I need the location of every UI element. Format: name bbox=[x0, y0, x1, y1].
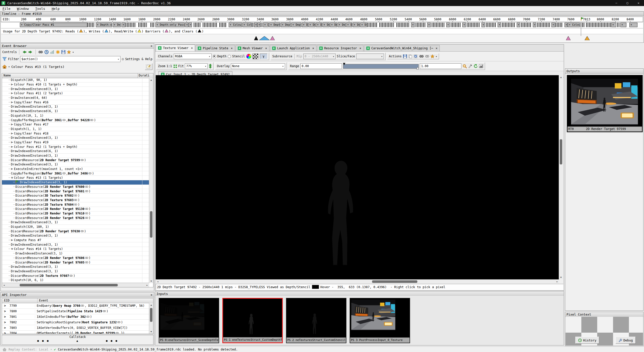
resource-link[interactable]: 2D Render Target 97626 bbox=[45, 216, 85, 220]
scroll-up-icon[interactable]: ▲ bbox=[149, 78, 153, 82]
event-row[interactable]: ─Dispatch(1, 1, 1) bbox=[2, 127, 149, 131]
expand-icon[interactable]: > bbox=[11, 132, 13, 135]
resource-link[interactable]: 2D Texture 97603 bbox=[45, 198, 74, 202]
api-event-row[interactable]: > 7802SetGraphicsRootSignature(Root Sign… bbox=[2, 320, 153, 325]
bookmark-asterisk-icon[interactable] bbox=[56, 50, 60, 54]
timeline-pass-bar[interactable]: + De⋯ bbox=[330, 23, 337, 27]
save-texture-icon[interactable] bbox=[403, 54, 407, 58]
column-header-event[interactable]: Event bbox=[37, 298, 153, 303]
event-row[interactable]: ─Dispatch(160, 90, 1) bbox=[2, 78, 149, 82]
timeline-pass-bar[interactable]: + Colour Pa⋯ bbox=[229, 23, 242, 27]
event-row[interactable]: ─DrawIndexedInstanced(6, 1) bbox=[2, 149, 149, 154]
resource-link[interactable]: Buffer 3486 bbox=[68, 172, 88, 175]
find-texture-icon[interactable] bbox=[419, 54, 424, 58]
vscroll-thumb[interactable] bbox=[150, 211, 152, 238]
menu-window[interactable]: Window bbox=[17, 7, 29, 11]
event-row[interactable]: ─>Copy/Clear Pass #19 bbox=[2, 140, 149, 145]
input-thumbnail-ps0[interactable]: PS 0:eneTexturesStruct_SceneDepthTextur bbox=[159, 298, 219, 343]
timeline-action-ticks[interactable] bbox=[416, 23, 426, 27]
scroll-down-icon[interactable]: ▼ bbox=[149, 279, 153, 283]
texture-view-hscrollbar[interactable]: ◄ ► bbox=[156, 279, 559, 284]
event-row[interactable]: ─DiscardResource(2D Render Target 97600) bbox=[2, 185, 149, 189]
event-row[interactable]: ─DrawIndexedInstanced(3, 1) bbox=[2, 105, 149, 109]
api-event-row[interactable]: > 7804OMSetRenderTargets({ 2D Render Tar… bbox=[2, 331, 153, 334]
texture-actions-star-icon[interactable] bbox=[430, 54, 434, 58]
resource-link[interactable]: Buffer 3861 bbox=[42, 118, 62, 122]
timeline-pass-bar[interactable]: + Colou⋯ bbox=[568, 23, 580, 27]
breadcrumb-caret[interactable]: ▾ bbox=[8, 65, 10, 68]
event-row[interactable]: ─>Copy/Clear Pass #16 bbox=[2, 100, 149, 105]
hscroll-thumb[interactable] bbox=[20, 284, 118, 286]
timeline-pass-bar[interactable]: + De⋯ bbox=[360, 23, 367, 27]
expand-icon[interactable]: > bbox=[10, 248, 14, 251]
event-row[interactable]: ─DiscardResource(2D Render Target 95130) bbox=[2, 207, 149, 211]
event-browser-close-icon[interactable]: × bbox=[150, 44, 152, 48]
event-row[interactable]: ─>Copy/Clear Pass #18 bbox=[2, 131, 149, 136]
column-header-eid[interactable]: EID bbox=[2, 298, 37, 303]
resource-link[interactable]: Buffer 94228 bbox=[68, 118, 90, 122]
scroll-down-icon[interactable]: ▼ bbox=[149, 330, 153, 334]
filter-input[interactable]: $action() ▾ bbox=[20, 56, 120, 62]
resource-link[interactable]: 2D Render Target 97610 bbox=[45, 212, 85, 215]
custom-color-icon[interactable] bbox=[246, 54, 251, 59]
timeline-action-ticks[interactable] bbox=[88, 23, 94, 27]
resource-link[interactable]: 2D Render Target 95130 bbox=[45, 207, 85, 211]
depth-radio[interactable] bbox=[213, 55, 216, 58]
timeline-pass-bar[interactable]: + bbox=[122, 23, 125, 27]
settings-help-label[interactable]: Settings & Help bbox=[125, 57, 152, 61]
tab-launch-application[interactable]: ALaunch Application× bbox=[270, 45, 316, 51]
resource-link[interactable]: Query Heap 3766 bbox=[53, 304, 80, 307]
tab-texture-viewer[interactable]: ATexture Viewer× bbox=[156, 45, 195, 51]
range-max-input[interactable]: 1.00 bbox=[420, 63, 461, 69]
menu-help[interactable]: Help bbox=[52, 7, 59, 11]
resource-link[interactable]: 2D Render Target 97630 bbox=[40, 230, 80, 233]
event-row[interactable]: ─DrawInstanced(4, 64) bbox=[2, 96, 149, 100]
timeline-pass-bar[interactable]: + Copy/Clear Pass #1 bbox=[20, 23, 87, 27]
event-browser-vscrollbar[interactable]: ▲ ▼ bbox=[149, 78, 153, 283]
timeline-pass-bar[interactable]: + bbox=[611, 23, 616, 27]
event-row[interactable]: ─CopyBufferRegion(Buffer 3861, Buffer 94… bbox=[2, 118, 149, 122]
time-actions-icon[interactable] bbox=[45, 50, 49, 54]
tab-caravansandwitch-win64-shipping[interactable]: ACaravanSandWitch_Win64_Shipping [⋯× bbox=[364, 45, 440, 51]
event-row[interactable]: ─DrawIndexedInstanced(6, 1) bbox=[2, 109, 149, 114]
scroll-up-icon[interactable]: ▲ bbox=[149, 303, 153, 307]
fit-icon[interactable] bbox=[173, 64, 177, 68]
zoom-1to1-button[interactable]: 1:1 bbox=[167, 64, 172, 68]
timeline-pass-bar[interactable]: + Colou⋯ bbox=[243, 23, 252, 27]
settings-gear-icon[interactable]: ⚙ bbox=[122, 57, 124, 61]
timeline-action-ticks[interactable] bbox=[486, 23, 496, 27]
timeline-pass-bar[interactable]: + bbox=[620, 23, 626, 27]
copy-icon[interactable] bbox=[408, 54, 412, 58]
timeline-action-ticks[interactable] bbox=[219, 23, 227, 27]
timeline-pass-bar[interactable]: + bbox=[446, 23, 450, 27]
open-resource-icon[interactable] bbox=[414, 54, 418, 58]
event-row[interactable]: ─DrawIndexedInstanced(3, 1) bbox=[2, 251, 149, 256]
event-row[interactable]: ─DrawIndexedInstanced(3, 1) bbox=[2, 269, 149, 274]
timeline-pass-bar[interactable]: + bbox=[185, 23, 188, 27]
timeline-action-ticks[interactable] bbox=[126, 23, 136, 27]
input-thumbnail-ps1[interactable]: PS 1 eneTexturesStruct_CustomDepthTextu bbox=[222, 298, 283, 343]
timeline-pass-bar[interactable]: + Depth-onl⋯ bbox=[269, 23, 280, 27]
prev-event-icon[interactable] bbox=[22, 50, 27, 54]
timeline-pass-bar[interactable]: + D⋯ bbox=[263, 23, 269, 27]
input-thumbnail-ps2[interactable]: PS 2 neTexturesStruct_CustomStencilText bbox=[286, 298, 346, 343]
menu-tools[interactable]: Tools bbox=[35, 7, 45, 11]
event-row[interactable]: ─Dispatch(10, 1, 1) bbox=[2, 114, 149, 118]
slice-face-select[interactable]: ▾ bbox=[356, 54, 384, 59]
filter-presets-icon[interactable] bbox=[67, 50, 71, 54]
scroll-left-icon[interactable]: ◄ bbox=[156, 280, 160, 284]
event-row[interactable]: ─DiscardResource(2D Render Target 97610) bbox=[2, 211, 149, 216]
event-row[interactable]: ─DrawIndexedInstanced(3, 1) bbox=[2, 87, 149, 91]
tab-close-icon[interactable]: × bbox=[231, 47, 233, 50]
histogram-icon[interactable] bbox=[479, 64, 483, 68]
bookmark-edit-button[interactable] bbox=[145, 63, 152, 70]
timeline-action-ticks[interactable] bbox=[537, 23, 550, 27]
output-thumbnail[interactable]: RT0 2D Render Target 97599 bbox=[567, 75, 643, 132]
timeline-pass-bar[interactable]: + Depth-only Pass #5 bbox=[155, 23, 185, 27]
resource-link[interactable]: 2D Render Target 97606 bbox=[45, 256, 85, 260]
tab-close-icon[interactable]: × bbox=[312, 47, 314, 50]
expand-icon[interactable]: > bbox=[11, 145, 13, 149]
expand-icon[interactable]: > bbox=[11, 101, 13, 104]
resource-link-icon[interactable] bbox=[425, 55, 429, 58]
close-button[interactable]: ✕ bbox=[633, 0, 644, 6]
